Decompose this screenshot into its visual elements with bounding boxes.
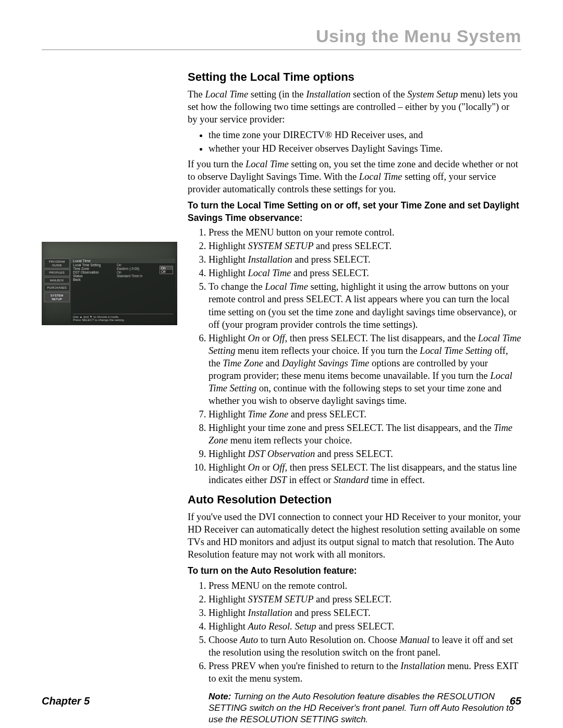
step-item: Highlight DST Observation and press SELE… [209, 448, 521, 460]
tv-hint-line: Use ▲ and ▼ to choose a mode. [73, 315, 173, 319]
tv-menu-screenshot: PROGRAM GUIDE PROFILES MAILBOX PURCHASES… [42, 242, 177, 325]
tv-row-label: DST Observation [73, 270, 115, 274]
step-item: Highlight your time zone and press SELEC… [209, 422, 521, 447]
footer-chapter: Chapter 5 [42, 695, 90, 707]
tv-side-profiles: PROFILES [44, 269, 70, 276]
step-item: Highlight Time Zone and press SELECT. [209, 408, 521, 421]
step-item: Highlight SYSTEM SETUP and press SELECT. [209, 240, 521, 252]
footer-page-number: 65 [510, 695, 521, 707]
tv-panel-title: Local Time [71, 258, 175, 263]
step-item: Highlight On or Off, then press SELECT. … [209, 461, 521, 486]
tv-popup-option: Off [160, 270, 173, 274]
tv-popup: On Off [160, 266, 173, 274]
para-auto-res-intro: If you've used the DVI connection to con… [188, 511, 521, 561]
tv-side-program-guide: PROGRAM GUIDE [44, 258, 70, 268]
para-local-time-intro: The Local Time setting (in the Installat… [188, 88, 521, 126]
section-heading-auto-res: Auto Resolution Detection [188, 492, 521, 508]
tv-row-value: On [117, 263, 121, 267]
tv-row-label: Status [73, 274, 115, 278]
bold-instruction-auto-res: To turn on the Auto Resolution feature: [188, 565, 521, 577]
section-heading-local-time: Setting the Local Time options [188, 70, 521, 85]
bullet-item: whether your HD Receiver observes Daylig… [209, 142, 521, 155]
step-item: To change the Local Time setting, highli… [209, 280, 521, 330]
step-item: Press PREV when you're finished to retur… [209, 660, 521, 685]
tv-row-value: Eastern (-5:00) [117, 267, 139, 270]
tv-row-label: Back [73, 278, 115, 281]
tv-row-label: Time Zone [73, 267, 115, 270]
tv-side-system-setup: SYSTEM SETUP [44, 292, 70, 302]
step-item: Highlight Auto Resol. Setup and press SE… [209, 620, 521, 633]
tv-side-purchases: PURCHASES [44, 285, 70, 291]
tv-popup-option: On [160, 266, 173, 270]
tv-row-value: On [117, 270, 121, 274]
step-item: Highlight Installation and press SELECT. [209, 253, 521, 266]
bold-instruction-local-time: To turn the Local Time Setting on or off… [188, 200, 521, 224]
tv-row-value: Standard Time in [117, 274, 142, 278]
step-item: Highlight SYSTEM SETUP and press SELECT. [209, 593, 521, 606]
tv-side-mailbox: MAILBOX [44, 277, 70, 284]
step-item: Highlight Installation and press SELECT. [209, 607, 521, 619]
step-item: Highlight Local Time and press SELECT. [209, 267, 521, 279]
para-local-time-after: If you turn the Local Time setting on, y… [188, 158, 521, 195]
header-rule [42, 50, 521, 50]
bullet-item: the time zone your DIRECTV® HD Receiver … [209, 129, 521, 141]
step-item: Highlight On or Off, then press SELECT. … [209, 332, 521, 407]
tv-hint-line: Press SELECT to change the setting. [73, 318, 173, 322]
step-item: Choose Auto to turn Auto Resolution on. … [209, 634, 521, 659]
tv-row-label: Local Time Setting [73, 263, 115, 267]
step-item: Press the MENU button on your remote con… [209, 226, 521, 239]
step-item: Press MENU on the remote control. [209, 579, 521, 592]
page-header-title: Using the Menu System [42, 26, 521, 46]
